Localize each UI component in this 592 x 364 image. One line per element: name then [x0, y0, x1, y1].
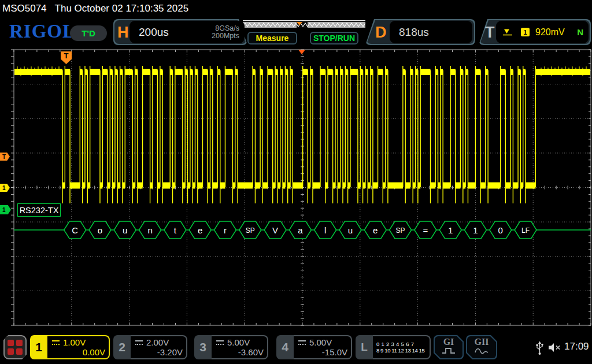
svg-text:1: 1: [473, 225, 478, 235]
decode-char-bubble: SP: [239, 221, 261, 239]
decode-char-bubble: n: [139, 221, 161, 239]
dc-coupling-icon: [216, 340, 224, 345]
svg-text:u: u: [348, 225, 353, 235]
model-name: MSO5074: [2, 3, 47, 14]
trigger-box[interactable]: T 1 920mV N: [479, 19, 591, 45]
decode-char-bubble: u: [114, 221, 136, 239]
channel2-offset: -3.20V: [135, 347, 183, 357]
svg-text:n: n: [147, 225, 152, 235]
decode-bus-label[interactable]: RS232-TX: [17, 203, 61, 217]
square-wave-icon: [442, 347, 456, 354]
header-bar: RIGOL T'D H 200us 8GSa/s 200Mpts Measure…: [0, 17, 592, 46]
delay-position-marker: [298, 50, 305, 54]
decode-char-bubble: o: [89, 221, 111, 239]
svg-text:l: l: [324, 225, 326, 235]
delay-box[interactable]: D 818us: [365, 19, 475, 45]
svg-text:SP: SP: [246, 226, 255, 235]
waveform-overview-bar[interactable]: [243, 20, 365, 29]
trigger-sweep-mode: N: [577, 27, 583, 37]
decode-char-bubble: LF: [515, 221, 536, 239]
svg-text:1: 1: [448, 225, 453, 235]
channel2-button[interactable]: 2 2.00V -3.20V: [113, 335, 187, 359]
trigger-status-badge: T'D: [70, 25, 107, 41]
sound-muted-icon: [548, 343, 562, 353]
waveform-display[interactable]: CounterSPValueSP=110LF: [0, 0, 592, 364]
rigol-logo: RIGOL: [9, 21, 76, 42]
timebase-value: 200us: [139, 26, 169, 39]
decode-char-bubble: SP: [390, 221, 412, 239]
decode-char-bubble: l: [314, 221, 336, 239]
gen2-label: GII: [475, 337, 489, 347]
svg-text:o: o: [98, 225, 102, 235]
horizontal-label: H: [117, 23, 129, 41]
svg-text:=: =: [423, 225, 428, 235]
trigger-label: T: [485, 23, 495, 41]
svg-text:r: r: [224, 225, 227, 235]
svg-text:LF: LF: [521, 226, 530, 235]
channel1-offset: 0.00V: [52, 347, 105, 357]
sample-rate: 8GSa/s: [212, 25, 239, 32]
svg-text:C: C: [72, 225, 78, 235]
trigger-source-badge: 1: [521, 28, 530, 36]
gen1-button[interactable]: GI: [434, 335, 464, 359]
decode-char-bubble: t: [164, 221, 186, 239]
stop-run-button[interactable]: STOP/RUN: [310, 32, 358, 44]
status-bar: 1 1.00V 0.00V 2 2.00V -3.20V 3 5.00V -3.…: [0, 334, 592, 364]
svg-text:SP: SP: [396, 226, 405, 235]
logic-label: L: [356, 335, 373, 359]
channel1-number: 1: [30, 335, 47, 359]
svg-text:e: e: [373, 225, 378, 235]
decode-char-bubble: a: [289, 221, 311, 239]
dc-coupling-icon: [298, 340, 306, 345]
channel3-number: 3: [194, 335, 212, 359]
usb-icon: [535, 341, 544, 355]
decode-char-bubble: e: [189, 221, 211, 239]
decode-char-bubble: =: [415, 221, 436, 239]
svg-text:V: V: [272, 225, 278, 235]
sine-wave-icon: [474, 347, 489, 354]
dc-coupling-icon: [135, 340, 143, 345]
svg-text:a: a: [298, 225, 303, 235]
decode-char-bubble: 1: [439, 221, 461, 239]
measure-button[interactable]: Measure: [247, 32, 297, 44]
decode-char-bubble: e: [364, 221, 386, 239]
channel3-scale: 5.00V: [227, 337, 250, 347]
channel4-scale: 5.00V: [309, 337, 332, 347]
channel1-scale: 1.00V: [63, 337, 86, 347]
channel1-waveform: [14, 66, 590, 203]
svg-text:u: u: [123, 225, 127, 235]
channel4-button[interactable]: 4 5.00V -15.0V: [276, 335, 352, 359]
gen1-label: GI: [443, 337, 454, 347]
dc-coupling-icon: [52, 340, 60, 345]
delay-value: 818us: [399, 26, 429, 39]
channel3-offset: -3.60V: [216, 347, 264, 357]
channel3-button[interactable]: 3 5.00V -3.60V: [194, 335, 268, 359]
channel2-number: 2: [113, 335, 131, 359]
decode-char-bubble: 1: [464, 221, 486, 239]
menu-grid-icon: [8, 340, 23, 355]
main-menu-button[interactable]: [3, 335, 27, 359]
gen2-button[interactable]: GII: [466, 335, 497, 359]
logic-row1: 0 1 2 3 4 5 6 7: [376, 341, 426, 347]
oscilloscope-screen: CounterSPValueSP=110LF MSO5074 Thu Octob…: [0, 0, 592, 364]
decode-bus: CounterSPValueSP=110LF: [14, 221, 591, 239]
channel4-offset: -15.0V: [298, 347, 347, 357]
decode-char-bubble: u: [339, 221, 361, 239]
title-bar: MSO5074 Thu October 02 17:10:35 2025: [0, 0, 592, 17]
horizontal-settings-box[interactable]: H 200us 8GSa/s 200Mpts: [113, 19, 247, 45]
datetime: Thu October 02 17:10:35 2025: [55, 3, 189, 14]
channel4-number: 4: [276, 335, 294, 359]
logic-channels-button[interactable]: L 0 1 2 3 4 5 6 7 8 9 10 11 12 13 14 15: [356, 335, 431, 359]
delay-label: D: [375, 23, 387, 41]
svg-text:0: 0: [498, 225, 503, 235]
svg-text:e: e: [198, 225, 202, 235]
decode-char-bubble: V: [264, 221, 286, 239]
trigger-level-value: 920mV: [535, 27, 565, 38]
decode-char-bubble: r: [214, 221, 236, 239]
memory-depth: 200Mpts: [212, 32, 239, 40]
decode-char-bubble: 0: [490, 221, 512, 239]
falling-edge-trigger-icon: [502, 28, 513, 36]
channel2-scale: 2.00V: [146, 337, 169, 347]
logic-row2: 8 9 10 11 12 13 14 15: [376, 347, 426, 354]
channel1-button[interactable]: 1 1.00V 0.00V: [30, 335, 110, 359]
